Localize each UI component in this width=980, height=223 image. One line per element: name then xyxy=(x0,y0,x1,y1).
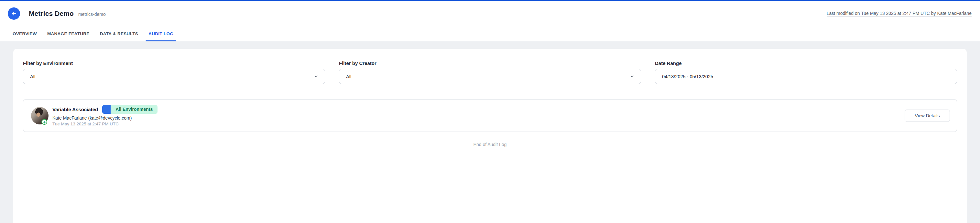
tab-bar: OVERVIEW MANAGE FEATURE DATA & RESULTS A… xyxy=(0,26,980,41)
arrow-left-icon xyxy=(11,11,17,16)
date-range-input[interactable] xyxy=(655,69,957,84)
creator-filter-select[interactable]: All xyxy=(339,69,641,84)
title-group: Metrics Demo metrics-demo xyxy=(29,10,106,17)
entry-action-title: Variable Associated xyxy=(52,107,98,112)
end-of-audit-log-text: End of Audit Log xyxy=(23,142,957,147)
creator-filter-group: Filter by Creator All xyxy=(339,60,641,84)
environment-color-chip xyxy=(102,105,111,114)
date-range-group: Date Range xyxy=(655,60,957,84)
environment-filter-select[interactable]: All xyxy=(23,69,325,84)
tab-data-results[interactable]: DATA & RESULTS xyxy=(100,26,138,41)
feature-key: metrics-demo xyxy=(78,12,106,17)
audit-log-entry: + Variable Associated All Environments K… xyxy=(23,99,957,132)
back-button[interactable] xyxy=(8,8,20,20)
environment-filter-label: Filter by Environment xyxy=(23,60,325,66)
entry-title-row: Variable Associated All Environments xyxy=(52,105,158,114)
environment-filter-value: All xyxy=(30,74,35,79)
tab-audit-log[interactable]: AUDIT LOG xyxy=(148,26,173,41)
avatar: + xyxy=(31,107,49,125)
audit-log-panel: Filter by Environment All Filter by Crea… xyxy=(13,49,967,223)
filters-row: Filter by Environment All Filter by Crea… xyxy=(23,60,957,84)
tab-overview[interactable]: OVERVIEW xyxy=(13,26,37,41)
environment-badge: All Environments xyxy=(102,105,158,114)
view-details-button[interactable]: View Details xyxy=(905,109,950,122)
entry-text-block: Variable Associated All Environments Kat… xyxy=(52,105,158,127)
creator-filter-label: Filter by Creator xyxy=(339,60,641,66)
date-range-label: Date Range xyxy=(655,60,957,66)
environment-filter-group: Filter by Environment All xyxy=(23,60,325,84)
page-header: Metrics Demo metrics-demo Last modified … xyxy=(0,1,980,26)
entry-author: Kate MacFarlane (kate@devcycle.com) xyxy=(52,115,158,120)
chevron-down-icon xyxy=(630,74,635,79)
plus-icon: + xyxy=(41,119,47,125)
content-area: Filter by Environment All Filter by Crea… xyxy=(0,41,980,223)
page-title: Metrics Demo xyxy=(29,10,74,17)
tab-manage-feature[interactable]: MANAGE FEATURE xyxy=(47,26,89,41)
entry-timestamp: Tue May 13 2025 at 2:47 PM UTC xyxy=(52,122,158,127)
chevron-down-icon xyxy=(314,74,318,79)
environment-badge-label: All Environments xyxy=(111,105,158,114)
last-modified-text: Last modified on Tue May 13 2025 at 2:47… xyxy=(827,11,972,17)
creator-filter-value: All xyxy=(346,74,351,79)
